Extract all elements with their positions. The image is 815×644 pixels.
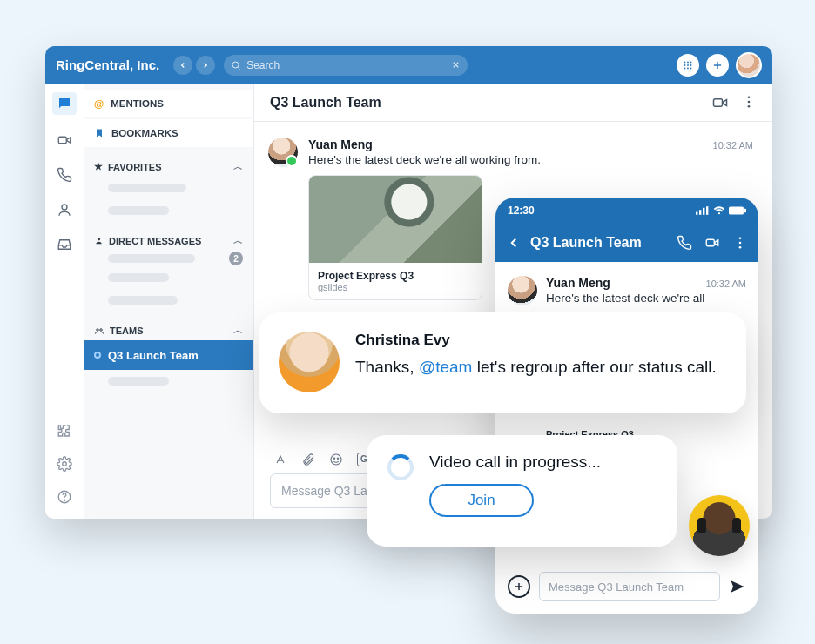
- dialpad-button[interactable]: [677, 54, 699, 77]
- sidebar-bookmarks[interactable]: BOOKMARKS: [84, 119, 253, 147]
- svg-point-7: [684, 64, 686, 66]
- phone-clock: 12:30: [508, 205, 535, 217]
- message-author: Yuan Meng: [308, 138, 373, 151]
- svg-point-5: [687, 61, 689, 63]
- phone-call-button[interactable]: [677, 235, 692, 251]
- participant-avatar[interactable]: [689, 495, 750, 556]
- svg-point-18: [63, 462, 67, 466]
- rail-settings[interactable]: [55, 454, 74, 473]
- sidebar-bookmarks-label: BOOKMARKS: [111, 128, 178, 138]
- skeleton-item: [108, 296, 178, 305]
- svg-marker-40: [715, 240, 718, 245]
- attach-button[interactable]: [301, 453, 315, 466]
- sidebar-section-favorites[interactable]: ★ FAVORITES ︿: [84, 148, 253, 177]
- send-icon: [729, 578, 746, 595]
- new-button[interactable]: [706, 54, 729, 77]
- svg-point-43: [739, 246, 742, 249]
- teams-icon: [94, 325, 104, 336]
- rail-video[interactable]: [55, 131, 74, 150]
- topbar-actions: [677, 52, 762, 78]
- svg-point-23: [100, 328, 103, 331]
- rail-inbox[interactable]: [55, 235, 74, 254]
- nav-rail: [45, 84, 84, 519]
- message-time: 10:32 AM: [713, 140, 753, 151]
- format-button[interactable]: [273, 453, 287, 466]
- skeleton-item: [108, 206, 169, 215]
- attachment-subtitle: gslides: [318, 282, 473, 292]
- svg-point-21: [98, 238, 100, 240]
- dms-label: DIRECT MESSAGES: [109, 236, 201, 246]
- phone-add-button[interactable]: [508, 575, 530, 598]
- avatar[interactable]: [508, 276, 537, 305]
- phone-message-input[interactable]: Message Q3 Launch Team: [539, 572, 720, 601]
- team-q3-launch[interactable]: Q3 Launch Team: [84, 340, 253, 370]
- nav-back-button[interactable]: [173, 56, 192, 75]
- phone-header: Q3 Launch Team: [495, 224, 758, 262]
- chevron-up-icon: ︿: [233, 160, 243, 173]
- sidebar-section-dms[interactable]: DIRECT MESSAGES ︿: [84, 222, 253, 251]
- chevron-right-icon: [201, 61, 210, 70]
- chevron-up-icon: ︿: [233, 324, 243, 337]
- rail-help[interactable]: [55, 487, 74, 506]
- rail-messages[interactable]: [52, 92, 77, 115]
- svg-rect-24: [714, 98, 723, 105]
- emoji-button[interactable]: [329, 453, 343, 466]
- svg-point-28: [748, 104, 751, 107]
- avatar[interactable]: [279, 332, 340, 392]
- phone-more-button[interactable]: [732, 235, 748, 251]
- sidebar-mentions[interactable]: @ MENTIONS: [84, 90, 253, 117]
- phone-back-button[interactable]: [506, 235, 522, 251]
- unread-badge: 2: [229, 252, 243, 265]
- profile-avatar[interactable]: [736, 52, 762, 78]
- svg-rect-36: [706, 206, 708, 215]
- sidebar-mentions-label: MENTIONS: [111, 98, 164, 109]
- more-vertical-icon: [741, 94, 757, 110]
- join-call-button[interactable]: Join: [429, 484, 534, 517]
- highlight-text: Thanks, @team let's regroup after our st…: [355, 356, 722, 379]
- avatar[interactable]: [268, 138, 298, 167]
- paperclip-icon: [301, 453, 315, 466]
- help-icon: [57, 489, 72, 505]
- dialpad-icon: [682, 59, 694, 71]
- svg-rect-38: [744, 209, 746, 213]
- svg-point-26: [748, 96, 751, 98]
- star-icon: ★: [94, 161, 103, 172]
- start-video-button[interactable]: [711, 94, 729, 111]
- svg-point-6: [690, 61, 692, 63]
- video-icon: [704, 235, 720, 251]
- person-icon: [94, 236, 104, 245]
- dm-item[interactable]: 2: [84, 251, 253, 266]
- svg-point-8: [687, 64, 689, 66]
- nav-forward-button[interactable]: [196, 56, 215, 75]
- presence-dot-icon: [94, 352, 101, 359]
- rail-contacts[interactable]: [55, 200, 74, 219]
- svg-point-31: [337, 458, 338, 459]
- team-label: Q3 Launch Team: [108, 349, 199, 362]
- rail-apps[interactable]: [55, 421, 74, 440]
- phone-video-button[interactable]: [704, 235, 720, 251]
- svg-point-20: [64, 500, 64, 500]
- call-status-text: Video call in progress...: [429, 453, 601, 472]
- search-input[interactable]: Search: [224, 55, 468, 76]
- skeleton-item: [108, 254, 195, 263]
- more-button[interactable]: [741, 94, 757, 111]
- puzzle-icon: [57, 423, 72, 439]
- attachment-card[interactable]: Project Express Q3 gslides: [308, 175, 482, 300]
- teams-label: TEAMS: [110, 325, 144, 336]
- sidebar-section-teams[interactable]: TEAMS ︿: [84, 312, 253, 340]
- mention[interactable]: @team: [419, 358, 473, 376]
- phone-message-text: Here's the latest deck we're all: [546, 292, 746, 305]
- phone-input-placeholder: Message Q3 Launch Team: [549, 580, 684, 594]
- phone-send-button[interactable]: [729, 578, 746, 595]
- attachment-thumbnail: [309, 176, 482, 263]
- svg-point-42: [739, 242, 742, 245]
- phone-icon: [57, 167, 72, 183]
- search-clear-button[interactable]: [451, 60, 461, 70]
- rail-phone[interactable]: [55, 165, 74, 184]
- attachment-title: Project Express Q3: [318, 270, 473, 282]
- chevron-left-icon: [178, 61, 187, 70]
- phone-icon: [677, 235, 692, 251]
- svg-point-0: [232, 62, 239, 68]
- text-format-icon: [273, 453, 287, 466]
- nav-arrows: [173, 56, 215, 75]
